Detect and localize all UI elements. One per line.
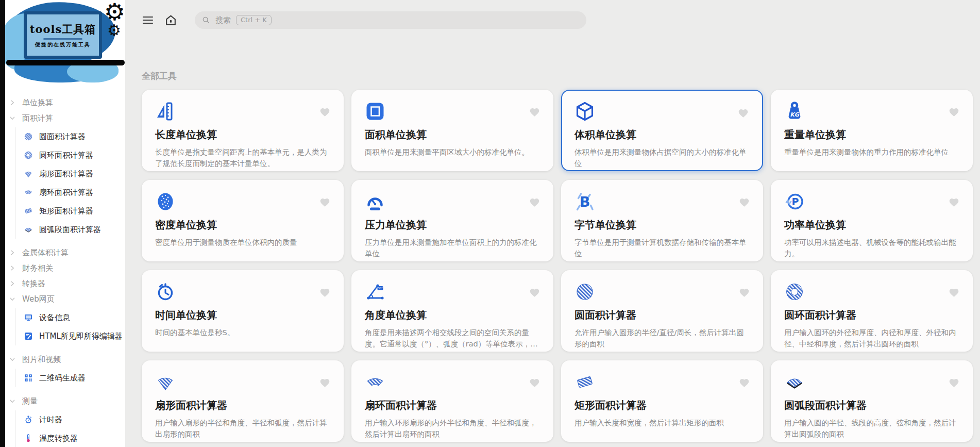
sidebar-group-label: 面积计算 [22, 113, 53, 123]
tool-card-title: 圆面积计算器 [575, 308, 750, 322]
byte-icon: B [575, 191, 595, 212]
sidebar-item-1-3[interactable]: 扇环面积计算器 [24, 183, 123, 202]
favorite-button[interactable] [738, 108, 749, 121]
sidebar-group-label: 财务相关 [22, 263, 53, 273]
svg-text:KG: KG [790, 111, 800, 118]
tool-card-4[interactable]: 密度单位换算密度单位用于测量物质在单位体积内的质量 [142, 180, 344, 261]
favorite-button[interactable] [739, 288, 750, 301]
gear-icon: ⚙ [107, 23, 121, 38]
tool-card-3[interactable]: KG重量单位换算重量单位是用来测量物体的重力作用的标准化单位 [771, 90, 973, 171]
circle-hatch-icon [575, 282, 595, 302]
length-ruler-icon [155, 101, 176, 122]
favorite-button[interactable] [529, 378, 540, 391]
sidebar-item-label: HTML所见即所得编辑器 [39, 332, 123, 341]
tool-card-12[interactable]: 扇形面积计算器用户输入扇形的半径和角度、半径和弧度，然后计算出扇形的面积 [142, 360, 344, 442]
tool-card-description: 体积单位是用来测量物体占据空间的大小的标准化单位 [575, 146, 750, 170]
logo-underline [43, 38, 82, 40]
tool-card-11[interactable]: 圆环面积计算器用户输入圆环的外径和厚度、内径和厚度、外径和内径、中经和厚度，然后… [771, 270, 973, 352]
main-area: 搜索 Ctrl + K 全部工具 长度单位换算长度单位是指丈量空间距离上的基本单… [125, 0, 980, 447]
favorite-button[interactable] [739, 197, 750, 210]
chevron-down-icon [9, 356, 15, 362]
chevron-right-icon [9, 280, 15, 287]
tool-card-description: 用户输入圆环的外径和厚度、内径和厚度、外径和内径、中经和厚度，然后计算出圆环的面… [784, 327, 959, 350]
sidebar-item-5-0[interactable]: 设备信息 [24, 308, 123, 327]
sidebar-item-1-0[interactable]: 圆面积计算器 [24, 127, 123, 146]
sidebar-item-7-0[interactable]: 计时器 [24, 410, 123, 429]
sidebar-group-6[interactable]: 图片和视频 [9, 352, 123, 367]
time-clock-icon [155, 282, 176, 302]
tool-card-description: 用户输入环形扇形的内外半径和角度、半径和弧度，然后计算出扇环的面积 [365, 417, 540, 440]
tool-card-0[interactable]: 长度单位换算长度单位是指丈量空间距离上的基本单元，是人类为了规范长度而制定的基本… [142, 90, 344, 171]
sidebar-group-1[interactable]: 面积计算 [9, 110, 123, 126]
sidebar-group-0[interactable]: 单位换算 [9, 95, 123, 110]
sidebar-item-6-0[interactable]: 二维码生成器 [24, 369, 123, 387]
tool-card-description: 密度单位用于测量物质在单位体积内的质量 [155, 237, 330, 248]
favorite-button[interactable] [529, 288, 540, 301]
sector-hatch-icon [24, 169, 33, 178]
favorite-button[interactable] [949, 107, 959, 120]
rect-hatch-icon [575, 372, 595, 392]
chevron-down-icon [9, 296, 15, 302]
sidebar-children: 圆面积计算器圆环面积计算器扇形面积计算器扇环面积计算器矩形面积计算器圆弧段面积计… [15, 127, 123, 239]
search-input[interactable]: 搜索 Ctrl + K [195, 11, 586, 29]
svg-text:30°: 30° [378, 287, 383, 290]
heart-icon [739, 378, 750, 389]
tool-card-2[interactable]: 体积单位换算体积单位是用来测量物体占据空间的大小的标准化单位 [561, 90, 763, 171]
tool-card-title: 圆环面积计算器 [784, 308, 959, 322]
sidebar-children: 二维码生成器 [15, 369, 123, 387]
heart-icon [319, 197, 330, 208]
sidebar: tools工具箱 便捷的在线万能工具 ⚙ ⚙ 单位换算面积计算圆面积计算器圆环面… [5, 0, 125, 447]
favorite-button[interactable] [529, 197, 540, 210]
sidebar-item-5-1[interactable]: HTML所见即所得编辑器 [24, 327, 123, 345]
sidebar-group-7[interactable]: 测量 [9, 393, 123, 409]
favorite-button[interactable] [319, 107, 330, 120]
tool-card-description: 面积单位是用来测量平面区域大小的标准化单位。 [365, 146, 540, 158]
sidebar-item-1-1[interactable]: 圆环面积计算器 [24, 146, 123, 164]
favorite-button[interactable] [319, 378, 330, 391]
sidebar-item-1-4[interactable]: 矩形面积计算器 [24, 202, 123, 220]
tool-card-title: 矩形面积计算器 [575, 399, 750, 412]
home-button[interactable] [164, 14, 177, 27]
chevron-down-icon [9, 398, 15, 404]
tool-card-description: 用户输入扇形的半径和角度、半径和弧度，然后计算出扇形的面积 [155, 417, 330, 440]
search-placeholder: 搜索 [215, 15, 231, 25]
chevron-right-icon [9, 265, 15, 271]
favorite-button[interactable] [739, 378, 750, 391]
app-logo[interactable]: tools工具箱 便捷的在线万能工具 ⚙ ⚙ [5, 0, 125, 88]
tool-card-13[interactable]: 扇环面积计算器用户输入环形扇形的内外半径和角度、半径和弧度，然后计算出扇环的面积 [351, 360, 553, 442]
sidebar-nav: 单位换算面积计算圆面积计算器圆环面积计算器扇形面积计算器扇环面积计算器矩形面积计… [5, 88, 125, 447]
tool-card-9[interactable]: 30°角度单位换算角度是用来描述两个相交线段之间的空间关系的量度。它通常以度（°… [351, 270, 553, 352]
tool-card-6[interactable]: B字节单位换算字节单位是用于测量计算机数据存储和传输的基本单位 [561, 180, 763, 261]
sidebar-group-2[interactable]: 金属体积计算 [9, 245, 123, 260]
tool-card-10[interactable]: 圆面积计算器允许用户输入圆形的半径/直径/周长，然后计算出圆形的面积 [561, 270, 763, 352]
heart-icon [738, 108, 749, 119]
weight-kg-icon: KG [784, 101, 805, 122]
sidebar-group-5[interactable]: Web网页 [9, 291, 123, 307]
favorite-button[interactable] [949, 197, 959, 210]
sidebar-group-4[interactable]: 转换器 [9, 276, 123, 291]
favorite-button[interactable] [319, 288, 330, 301]
favorite-button[interactable] [949, 378, 959, 391]
tool-card-title: 角度单位换算 [365, 308, 540, 322]
tool-card-5[interactable]: 压力单位换算压力单位是用来测量施加在单位面积上的力的标准化单位 [351, 180, 553, 261]
tool-card-15[interactable]: 圆弧段面积计算器用户输入圆的半径、线段的高度、弦和角度，然后计算出圆弧段的面积 [771, 360, 973, 442]
heart-icon [949, 288, 959, 299]
tool-card-1[interactable]: 面积单位换算面积单位是用来测量平面区域大小的标准化单位。 [351, 90, 553, 171]
sidebar-item-7-1[interactable]: 温度转换器 [24, 429, 123, 447]
circle-hatch-icon [24, 132, 33, 141]
sidebar-item-1-2[interactable]: 扇形面积计算器 [24, 164, 123, 183]
heart-icon [319, 378, 330, 389]
favorite-button[interactable] [319, 197, 330, 210]
menu-toggle-button[interactable] [142, 14, 154, 26]
favorite-button[interactable] [949, 288, 959, 301]
tool-card-8[interactable]: 时间单位换算时间的基本单位是秒S。 [142, 270, 344, 352]
tool-card-7[interactable]: P功率单位换算功率可以用来描述电器、机械设备等的能耗或输出能力。 [771, 180, 973, 261]
tool-card-14[interactable]: 矩形面积计算器用户输入长度和宽度，然后计算出矩形的面积 [561, 360, 763, 442]
search-shortcut-badge: Ctrl + K [236, 15, 272, 25]
favorite-button[interactable] [529, 107, 540, 120]
ring-hatch-icon [784, 282, 805, 302]
sidebar-group-3[interactable]: 财务相关 [9, 260, 123, 276]
sidebar-item-label: 设备信息 [39, 313, 70, 323]
tool-card-description: 压力单位是用来测量施加在单位面积上的力的标准化单位 [365, 237, 540, 260]
sidebar-item-1-5[interactable]: 圆弧段面积计算器 [24, 220, 123, 239]
